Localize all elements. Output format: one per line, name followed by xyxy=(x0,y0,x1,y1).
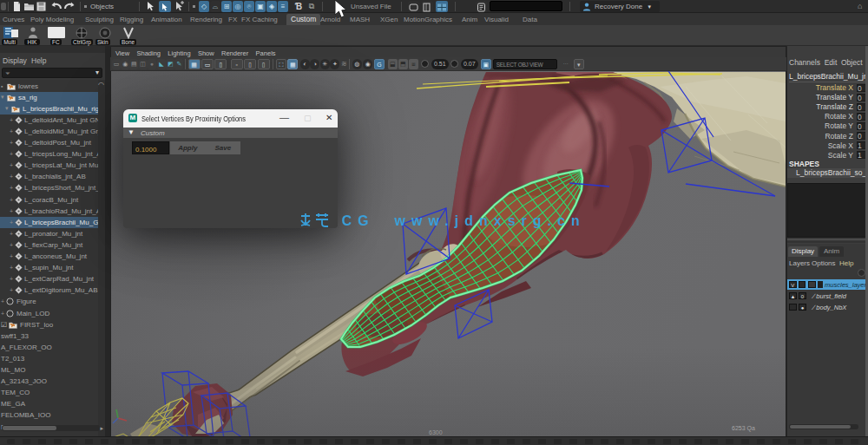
svg-text:6253 Qa: 6253 Qa xyxy=(732,425,755,432)
svg-text:6300: 6300 xyxy=(429,429,443,435)
